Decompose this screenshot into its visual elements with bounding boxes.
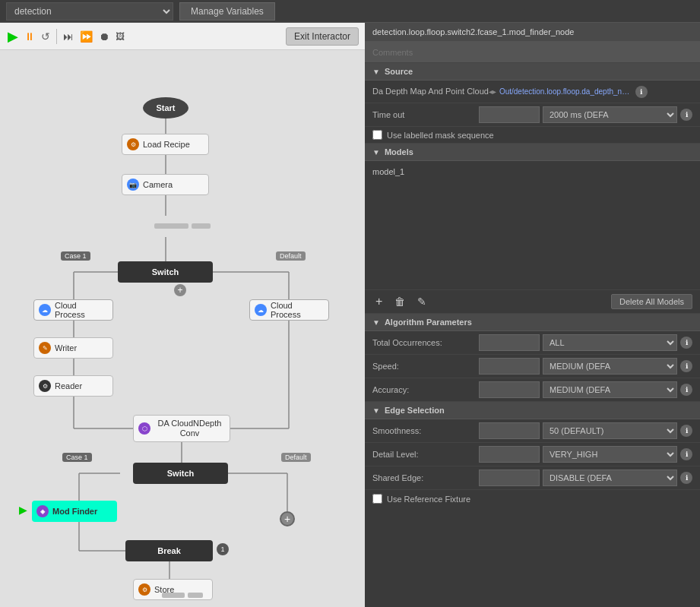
models-section-header[interactable]: ▼ Models (365, 144, 700, 161)
break-node[interactable]: Break (125, 540, 213, 561)
link-arrow: ◂▸ (489, 87, 496, 96)
delete-all-models-button[interactable]: Delete All Models (611, 294, 692, 309)
accuracy-info[interactable]: ℹ (680, 384, 692, 396)
speed-input[interactable] (479, 358, 540, 375)
writer-icon: ✎ (39, 342, 51, 354)
mod-finder-node[interactable]: ◈ Mod Finder (32, 501, 117, 522)
speed-row: Speed: MEDIUM (DEFA ℹ (365, 355, 700, 378)
comments-input[interactable] (365, 42, 700, 63)
edit-model-button[interactable]: ✎ (414, 294, 429, 309)
labelled-mask-checkbox[interactable] (372, 130, 382, 140)
smoothness-select[interactable]: 50 (DEFAULT) (543, 422, 677, 439)
play-indicator: ▶ (19, 504, 27, 516)
shared-edge-row: Shared Edge: DISABLE (DEFA ℹ (365, 466, 700, 490)
detail-level-select[interactable]: VERY_HIGH (543, 446, 677, 463)
play-button[interactable]: ▶ (6, 27, 20, 46)
shared-edge-input[interactable] (479, 469, 540, 486)
source-depth-row: Da Depth Map And Point Cloud ◂▸ Out/dete… (365, 81, 700, 103)
models-toolbar: + 🗑 ✎ Delete All Models (365, 290, 700, 314)
camera-icon: 📷 (127, 179, 139, 191)
default-badge-1: Default (276, 251, 306, 261)
scroll-indicator-bottom (162, 593, 203, 598)
cloud-left-icon: ☁ (39, 304, 51, 316)
manage-variables-button[interactable]: Manage Variables (179, 2, 275, 21)
shared-edge-select[interactable]: DISABLE (DEFA (543, 469, 677, 486)
load-recipe-icon: ⚙ (127, 138, 139, 150)
case1-badge-2: Case 1 (62, 453, 92, 462)
cloud-process-left-node[interactable]: ☁ Cloud Process (33, 299, 113, 321)
fast-forward-button[interactable]: ⏩ (78, 29, 94, 44)
algorithm-section-header[interactable]: ▼ Algorithm Parameters (365, 314, 700, 331)
node-path: detection.loop.floop.switch2.fcase_1.mod… (365, 23, 700, 42)
total-occurrences-select[interactable]: ALL (543, 334, 677, 351)
source-info-btn[interactable]: ℹ (635, 86, 648, 98)
break-badge: 1 (217, 543, 229, 555)
plus-circle-switch1[interactable]: + (174, 284, 186, 296)
smoothness-row: Smoothness: 50 (DEFAULT) ℹ (365, 419, 700, 443)
timeout-select[interactable]: 2000 ms (DEFA (543, 106, 677, 123)
flow-canvas: Start ⚙ Load Recipe 📷 Camera Switch Case… (0, 50, 365, 607)
cloud-process-right-node[interactable]: ☁ Cloud Process (249, 299, 329, 321)
total-occurrences-row: Total Occurrences: ALL ℹ (365, 331, 700, 355)
properties-panel: ▼ Source Da Depth Map And Point Cloud ◂▸… (365, 42, 700, 607)
da-cloud-icon: ⬡ (138, 422, 150, 435)
camera-node[interactable]: 📷 Camera (122, 174, 209, 195)
speed-select[interactable]: MEDIUM (DEFA (543, 358, 677, 375)
shared-edge-info[interactable]: ℹ (680, 472, 692, 484)
models-arrow: ▼ (372, 148, 380, 156)
delete-model-button[interactable]: 🗑 (391, 294, 408, 309)
timeout-input[interactable] (479, 106, 540, 123)
detail-level-info[interactable]: ℹ (680, 448, 692, 460)
source-arrow: ▼ (372, 68, 380, 76)
reader-icon: ⚙ (39, 380, 51, 392)
exit-interactor-button[interactable]: Exit Interactor (286, 27, 359, 46)
switch1-node[interactable]: Switch (118, 261, 213, 283)
labelled-mask-row: Use labelled mask sequence (365, 127, 700, 144)
reference-fixture-checkbox[interactable] (372, 494, 382, 504)
mod-finder-icon: ◈ (36, 505, 49, 517)
timeout-row: Time out 2000 ms (DEFA ℹ (365, 103, 700, 127)
edge-section-header[interactable]: ▼ Edge Selection (365, 402, 700, 419)
smoothness-info[interactable]: ℹ (680, 425, 692, 437)
store-icon: ⚙ (138, 583, 150, 596)
refresh-button[interactable]: ↺ (40, 29, 52, 44)
pause-button[interactable]: ⏸ (23, 29, 36, 44)
accuracy-row: Accuracy: MEDIUM (DEFA ℹ (365, 378, 700, 402)
flow-toolbar: ▶ ⏸ ↺ ⏭ ⏩ ⏺ 🖼 Exit Interactor (0, 23, 365, 50)
default-badge-2: Default (281, 453, 311, 462)
detail-level-input[interactable] (479, 446, 540, 463)
add-model-button[interactable]: + (372, 293, 385, 310)
reader-node[interactable]: ⚙ Reader (33, 375, 113, 397)
record-button[interactable]: ⏺ (97, 29, 111, 44)
case1-badge-1: Case 1 (61, 251, 90, 261)
timeout-info-btn[interactable]: ℹ (680, 109, 692, 121)
total-occurrences-input[interactable] (479, 334, 540, 351)
total-occurrences-info[interactable]: ℹ (680, 337, 692, 349)
da-cloud-node[interactable]: ⬡ DA CloudNDepth Conv (133, 415, 230, 442)
detection-dropdown[interactable]: detection (6, 2, 173, 21)
accuracy-input[interactable] (479, 381, 540, 398)
scroll-indicator-top (154, 223, 211, 229)
detail-level-row: Detail Level: VERY_HIGH ℹ (365, 443, 700, 466)
load-recipe-node[interactable]: ⚙ Load Recipe (122, 134, 209, 155)
switch2-node[interactable]: Switch (133, 463, 228, 484)
smoothness-input[interactable] (479, 422, 540, 439)
right-panel: detection.loop.floop.switch2.fcase_1.mod… (365, 23, 700, 607)
source-link[interactable]: Out/detection.loop.floop.da_depth_n_clo (499, 87, 632, 96)
speed-info[interactable]: ℹ (680, 360, 692, 372)
flow-panel: ▶ ⏸ ↺ ⏭ ⏩ ⏺ 🖼 Exit Interactor (0, 23, 365, 607)
edge-arrow: ▼ (372, 406, 380, 415)
cloud-right-icon: ☁ (255, 304, 267, 316)
writer-node[interactable]: ✎ Writer (33, 337, 113, 359)
model-1-item[interactable]: model_1 (372, 167, 692, 176)
reference-fixture-row: Use Reference Fixture (365, 490, 700, 507)
step-forward-button[interactable]: ⏭ (62, 29, 75, 44)
algorithm-arrow: ▼ (372, 318, 380, 327)
accuracy-select[interactable]: MEDIUM (DEFA (543, 381, 677, 398)
plus-circle-switch2-right[interactable]: + (280, 511, 295, 526)
camera-tool-button[interactable]: 🖼 (114, 30, 126, 43)
source-section-header[interactable]: ▼ Source (365, 63, 700, 81)
models-area: model_1 (365, 161, 700, 290)
start-node[interactable]: Start (143, 97, 188, 119)
